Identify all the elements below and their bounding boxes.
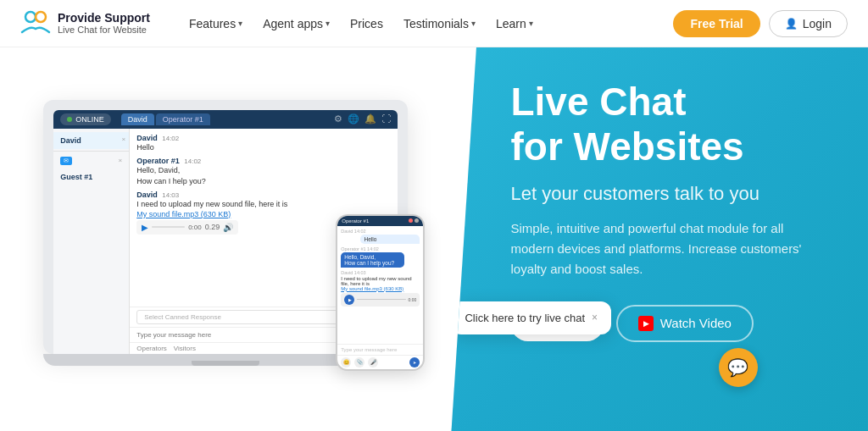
close-dot	[409, 218, 413, 223]
brand-sub: Live Chat for Website	[58, 25, 150, 36]
youtube-play-icon	[638, 316, 654, 331]
phone-progress	[357, 299, 405, 301]
login-button[interactable]: 👤 Login	[769, 10, 848, 37]
phone-contact: Operator #1	[342, 218, 369, 224]
unread-icon	[60, 157, 72, 165]
watch-video-button[interactable]: Watch Video	[616, 305, 754, 342]
phone-audio-player: 0:00	[341, 293, 420, 307]
phone-message-row: Operator #1 14:02 Hello, David,How can I…	[341, 246, 420, 268]
phone-file-link[interactable]: My sound file.mp3 (630 KB)	[341, 286, 420, 291]
message-row: Operator #1 14:02 Hello, David,How can I…	[136, 157, 391, 186]
operators-tab[interactable]: Operators	[136, 345, 167, 352]
navbar: Provide Support Live Chat for Website Fe…	[0, 0, 868, 47]
chevron-down-icon: ▾	[326, 19, 330, 28]
hero-left: ONLINE David Operator #1 ⚙ �	[0, 47, 451, 431]
audio-player: ▶ 0:00 0.29 🔊	[136, 220, 238, 235]
visitors-tab[interactable]: Visitors	[174, 345, 196, 352]
logo[interactable]: Provide Support Live Chat for Website	[20, 8, 150, 39]
chevron-down-icon: ▾	[238, 19, 242, 28]
message-row: David 14:02 Hello	[136, 134, 391, 153]
login-icon: 👤	[785, 18, 798, 30]
nav-actions: Free Trial 👤 Login	[673, 10, 848, 37]
tooltip-text: Click here to try live chat	[465, 312, 585, 324]
expand-icon[interactable]: ⛶	[381, 113, 391, 124]
laptop-mockup: ONLINE David Operator #1 ⚙ �	[43, 100, 408, 388]
phone-attach-icon[interactable]: 📎	[354, 357, 364, 367]
hero-heading: Live Chat for Websites	[510, 80, 826, 169]
audio-time: 0:00	[188, 224, 202, 231]
nav-links: Features ▾ Agent apps ▾ Prices Testimoni…	[181, 12, 674, 36]
hero-right: Live Chat for Websites Let your customer…	[451, 47, 868, 431]
chat-tab-david[interactable]: David	[121, 113, 154, 125]
chat-topbar: ONLINE David Operator #1 ⚙ �	[53, 110, 398, 129]
phone-mic-icon[interactable]: 🎤	[368, 357, 378, 367]
nav-prices[interactable]: Prices	[342, 12, 392, 36]
svg-point-0	[25, 12, 36, 22]
hero-description: Simple, intuitive and powerful chat modu…	[510, 218, 826, 279]
nav-learn[interactable]: Learn ▾	[487, 12, 542, 36]
volume-icon[interactable]: 🔊	[223, 223, 233, 232]
sidebar-contact-david[interactable]: David ×	[53, 132, 129, 149]
chat-fab-icon: 💬	[727, 357, 748, 378]
nav-features[interactable]: Features ▾	[181, 12, 251, 36]
svg-point-1	[36, 12, 46, 22]
hero-section: ONLINE David Operator #1 ⚙ �	[0, 47, 868, 431]
brand-name: Provide Support	[58, 11, 150, 25]
close-icon[interactable]: ×	[119, 157, 123, 164]
phone-play-icon[interactable]	[344, 295, 354, 305]
phone-send-button[interactable]	[409, 357, 420, 367]
logo-icon	[20, 8, 51, 39]
chat-tooltip: Click here to try live chat ×	[451, 301, 611, 334]
settings-icon[interactable]: ⚙	[334, 113, 342, 124]
chat-sidebar: David × × Guest #1	[53, 129, 130, 354]
min-dot	[415, 218, 419, 223]
nav-testimonials[interactable]: Testimonials ▾	[395, 12, 484, 36]
phone-message-row: David 14:02 Hello	[341, 229, 420, 244]
audio-duration: 0.29	[205, 223, 220, 231]
chat-icons: ⚙ 🌐 🔔 ⛶	[334, 113, 391, 124]
phone-topbar: Operator #1	[337, 216, 423, 226]
nav-agent-apps[interactable]: Agent apps ▾	[254, 12, 338, 36]
phone-emoji-icon[interactable]: 😊	[341, 357, 351, 367]
globe-icon[interactable]: 🌐	[348, 113, 359, 124]
free-trial-button[interactable]: Free Trial	[673, 10, 760, 37]
phone-message-input[interactable]: Type your message here	[337, 344, 423, 355]
close-icon[interactable]: ×	[592, 312, 598, 323]
chat-tabs: David Operator #1	[121, 113, 210, 125]
chat-fab-button[interactable]: 💬	[719, 348, 758, 387]
sidebar-unread-row: ×	[53, 153, 129, 169]
play-icon[interactable]: ▶	[142, 223, 148, 232]
close-icon[interactable]: ×	[122, 135, 126, 143]
chevron-down-icon: ▾	[529, 19, 533, 28]
phone-input-icons: 😊 📎 🎤	[337, 355, 423, 369]
phone-content: David 14:02 Hello Operator #1 14:02 Hell…	[337, 226, 423, 344]
bell-icon[interactable]: 🔔	[364, 113, 376, 124]
phone-message-row: David 14:03 I need to upload my new soun…	[341, 270, 420, 307]
online-badge: ONLINE	[60, 113, 111, 125]
chat-tab-operator[interactable]: Operator #1	[156, 113, 210, 125]
hero-tagline: Let your customers talk to you	[510, 183, 826, 205]
sidebar-contact-guest[interactable]: Guest #1	[53, 169, 129, 185]
chevron-down-icon: ▾	[471, 19, 476, 28]
phone-mockup: Operator #1 David 14:02 Hello Operator #…	[336, 214, 425, 371]
online-dot	[67, 117, 72, 122]
